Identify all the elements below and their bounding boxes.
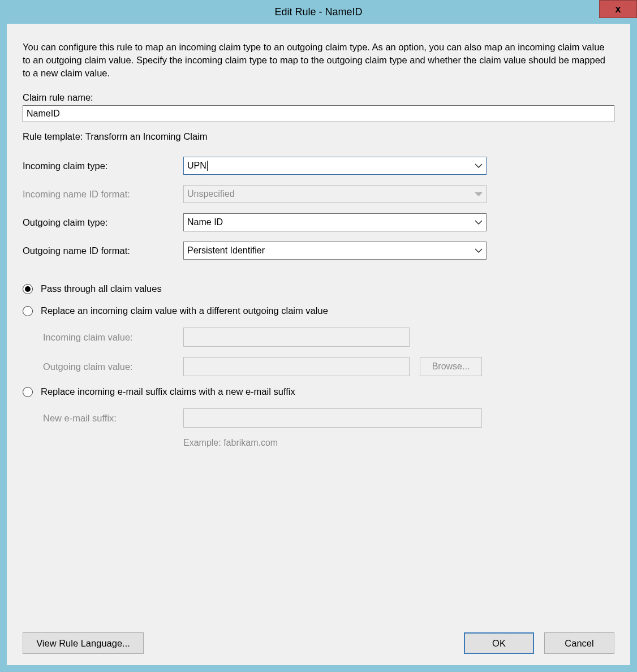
incoming-claim-type-value: UPN — [187, 161, 206, 171]
description-text: You can configure this rule to map an in… — [23, 41, 614, 80]
chevron-down-icon — [475, 192, 483, 196]
radio-group: Pass through all claim values Replace an… — [23, 283, 614, 448]
incoming-name-id-format-value: Unspecified — [187, 189, 235, 199]
incoming-name-id-format-label: Incoming name ID format: — [23, 189, 183, 200]
rule-template-label: Rule template: Transform an Incoming Cla… — [23, 131, 614, 142]
radio-pass-through-label: Pass through all claim values — [41, 283, 162, 294]
outgoing-claim-value-input — [183, 357, 410, 376]
close-button[interactable]: x — [599, 0, 637, 18]
new-email-suffix-label: New e-mail suffix: — [43, 413, 183, 424]
close-icon: x — [615, 3, 621, 15]
radio-replace-value-label: Replace an incoming claim value with a d… — [41, 305, 328, 316]
claim-rule-name-label: Claim rule name: — [23, 92, 614, 103]
incoming-claim-value-label: Incoming claim value: — [43, 332, 183, 343]
incoming-name-id-format-combo: Unspecified — [183, 185, 487, 203]
view-rule-language-button[interactable]: View Rule Language... — [23, 632, 144, 654]
outgoing-name-id-format-label: Outgoing name ID format: — [23, 245, 183, 256]
outgoing-claim-type-combo[interactable]: Name ID — [183, 213, 487, 231]
window-title: Edit Rule - NameID — [0, 6, 637, 18]
example-text: Example: fabrikam.com — [183, 438, 614, 448]
ok-button[interactable]: OK — [464, 632, 534, 654]
outgoing-claim-type-label: Outgoing claim type: — [23, 217, 183, 228]
radio-pass-through[interactable] — [23, 284, 33, 294]
titlebar: Edit Rule - NameID x — [0, 0, 637, 24]
incoming-claim-value-input — [183, 328, 410, 347]
new-email-suffix-input — [183, 408, 482, 428]
outgoing-claim-type-value: Name ID — [187, 217, 223, 227]
dialog-window: Edit Rule - NameID x You can configure t… — [0, 0, 637, 672]
incoming-claim-type-combo[interactable]: UPN — [183, 157, 487, 175]
incoming-claim-type-label: Incoming claim type: — [23, 161, 183, 171]
claim-rule-name-input[interactable] — [23, 105, 614, 122]
chevron-down-icon — [475, 248, 483, 253]
radio-replace-value[interactable] — [23, 306, 33, 316]
radio-replace-suffix[interactable] — [23, 387, 33, 397]
content-area: You can configure this rule to map an in… — [7, 24, 630, 665]
outgoing-claim-value-label: Outgoing claim value: — [43, 361, 183, 372]
radio-replace-suffix-label: Replace incoming e-mail suffix claims wi… — [41, 386, 295, 397]
cancel-button[interactable]: Cancel — [544, 632, 614, 654]
outgoing-name-id-format-value: Persistent Identifier — [187, 245, 265, 256]
chevron-down-icon — [475, 163, 483, 168]
text-cursor — [207, 161, 208, 171]
browse-button: Browse... — [420, 357, 482, 376]
outgoing-name-id-format-combo[interactable]: Persistent Identifier — [183, 242, 487, 260]
button-row: View Rule Language... OK Cancel — [23, 632, 614, 654]
chevron-down-icon — [475, 220, 483, 225]
